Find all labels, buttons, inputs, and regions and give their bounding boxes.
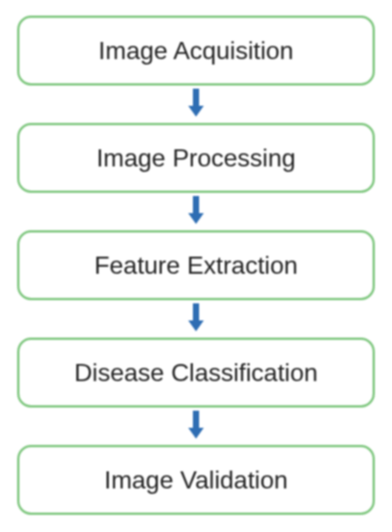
flowchart-container: Image Acquisition Image Processing Featu… [0,0,392,530]
arrow-down-icon [189,411,203,442]
flow-box-image-processing: Image Processing [17,123,375,193]
flow-box-label: Image Validation [104,466,288,495]
flow-box-label: Image Acquisition [99,37,294,65]
flow-box-label: Feature Extraction [94,251,297,280]
flow-box-label: Image Processing [96,144,296,173]
flow-box-image-acquisition: Image Acquisition [17,16,375,86]
arrow-down-icon [189,303,203,334]
flow-box-image-validation: Image Validation [17,445,375,515]
flow-box-label: Disease Classification [74,359,317,387]
arrow-down-icon [189,196,203,227]
arrow-down-icon [189,89,203,120]
flow-box-feature-extraction: Feature Extraction [17,230,375,300]
flow-box-disease-classification: Disease Classification [17,338,375,408]
